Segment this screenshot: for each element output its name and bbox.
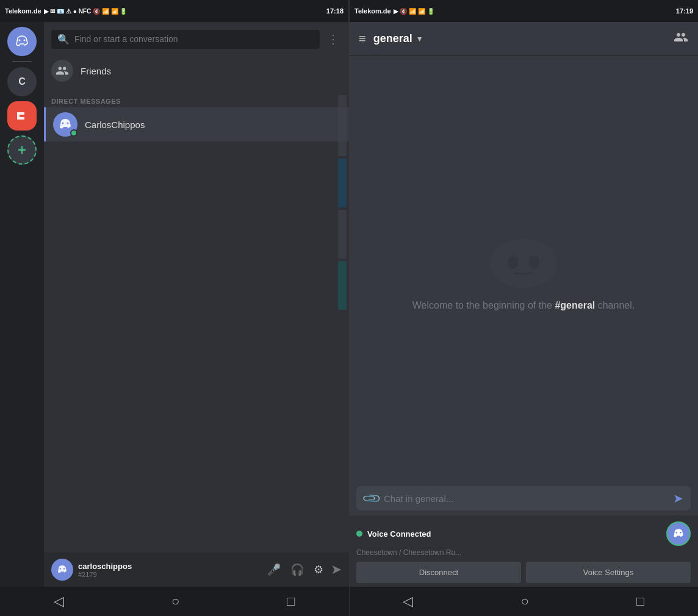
search-icon: 🔍 [57,34,70,45]
more-options-button[interactable]: ⋮ [325,29,342,49]
svg-point-7 [490,239,557,288]
voice-channel-info: Cheesetown / Cheesetown Ru... [356,548,691,557]
back-button-right[interactable]: ◁ [390,589,425,614]
channel-header: ≡ general ▼ [349,22,698,56]
carrier-left: Telekom.de [5,7,41,15]
time-right: 17:19 [676,7,693,15]
user-controls: 🎤 🎧 ⚙ [265,560,326,579]
hamburger-button[interactable]: ≡ [359,32,366,46]
svg-point-10 [493,247,505,262]
main-content: C + 🔍 ⋮ [0,22,698,587]
right-panel: ≡ general ▼ [349,22,698,587]
time-left: 17:18 [326,7,344,15]
svg-point-4 [67,123,69,124]
navigation-bar: ◁ ○ □ ◁ ○ □ [0,587,698,616]
voice-connected-label: Voice Connected [367,529,431,539]
svg-point-0 [19,40,21,41]
time-right-wrapper: 17:19 [524,0,699,22]
search-input[interactable] [74,34,314,44]
svg-point-12 [675,532,677,534]
nav-bar-right: ◁ ○ □ [350,587,699,616]
recent-button-left[interactable]: □ [275,589,307,614]
carrier-right: Telekom.de [354,7,391,15]
voice-status-left: Voice Connected [356,529,431,539]
welcome-message: Welcome to the beginning of the #general… [412,300,635,311]
mute-button[interactable]: 🎤 [265,560,283,579]
friends-item[interactable]: Friends [44,54,349,88]
dm-avatar-wrapper [53,112,77,137]
voice-connected-dot [356,531,362,537]
status-bar-right-panel: Telekom.de ▶ 🔇 📶 📶 🔋 [350,0,524,22]
voice-status: Voice Connected [356,521,691,546]
username: carloschippos [78,562,260,571]
search-input-wrapper[interactable]: 🔍 [51,30,320,49]
status-bar: Telekom.de ▶ ✉ 📧 ⚠ ● NFC 🔇 📶 📶 🔋 17:18 T… [0,0,698,22]
add-server-icon: + [18,141,26,159]
dm-panel: 🔍 ⋮ Friends DIRECT MESSAGES [44,22,349,587]
svg-point-5 [60,568,61,569]
members-button[interactable] [674,30,688,48]
headset-button[interactable]: 🎧 [288,560,306,579]
server-icon-red[interactable] [7,101,37,131]
user-info: carloschippos #2179 [78,562,260,578]
attach-button[interactable]: 📎 [361,488,382,509]
search-bar: 🔍 ⋮ [44,22,349,54]
send-message-button[interactable]: ➤ [673,491,683,506]
back-button-left[interactable]: ◁ [41,589,76,614]
server-sidebar: C + [0,22,44,587]
server-separator [12,61,32,62]
recent-button-right[interactable]: □ [624,589,657,614]
channel-dropdown-arrow[interactable]: ▼ [416,35,423,43]
send-button-bottom[interactable]: ➤ [331,562,342,578]
server-c-letter: C [18,76,26,87]
svg-point-6 [63,568,65,569]
chat-input-wrapper: 📎 ➤ [356,486,691,510]
dm-user-name: CarlosChippos [85,120,145,130]
home-button-right[interactable]: ○ [508,589,541,614]
voice-actions: Disconnect Voice Settings [356,562,691,583]
friends-label: Friends [81,66,111,76]
voice-user-avatar [666,521,691,546]
server-icon-add[interactable]: + [7,135,37,165]
user-avatar [51,559,73,581]
status-icons-right: ▶ 🔇 📶 📶 🔋 [394,8,434,15]
settings-button[interactable]: ⚙ [311,560,326,579]
svg-point-9 [528,256,539,269]
svg-point-1 [24,40,26,41]
channel-name-display: general ▼ [373,32,423,45]
voice-bar: Voice Connected Cheesetown / Cheesetown … [349,515,698,587]
left-panel: C + 🔍 ⋮ [0,22,349,587]
online-status-indicator [70,129,77,137]
chat-input-area: 📎 ➤ [349,481,698,515]
svg-point-11 [542,247,554,262]
disconnect-button[interactable]: Disconnect [356,562,521,583]
status-bar-left: Telekom.de ▶ ✉ 📧 ⚠ ● NFC 🔇 📶 📶 🔋 [0,0,174,22]
status-bar-right: 17:18 [174,0,349,22]
dm-item-carloschippos[interactable]: CarlosChippos [44,107,349,141]
chat-input[interactable] [384,493,668,504]
discord-logo [484,227,563,288]
nav-bar-left: ◁ ○ □ [0,587,349,616]
status-icons-left: ▶ ✉ 📧 ⚠ ● NFC 🔇 📶 📶 🔋 [44,8,128,15]
user-bar: carloschippos #2179 🎤 🎧 ⚙ ➤ [44,553,349,587]
voice-settings-button[interactable]: Voice Settings [526,562,691,583]
channel-name-text: general [373,32,412,45]
svg-rect-2 [13,107,31,124]
friends-icon [51,60,73,82]
user-discriminator: #2179 [78,571,260,578]
svg-point-3 [62,123,64,124]
dm-section-header: DIRECT MESSAGES [44,88,349,107]
chat-area: Welcome to the beginning of the #general… [349,56,698,481]
home-button-left[interactable]: ○ [159,589,192,614]
svg-point-13 [680,532,682,534]
server-icon-home[interactable] [7,27,37,56]
svg-point-8 [508,256,519,269]
server-icon-c[interactable]: C [7,67,37,96]
